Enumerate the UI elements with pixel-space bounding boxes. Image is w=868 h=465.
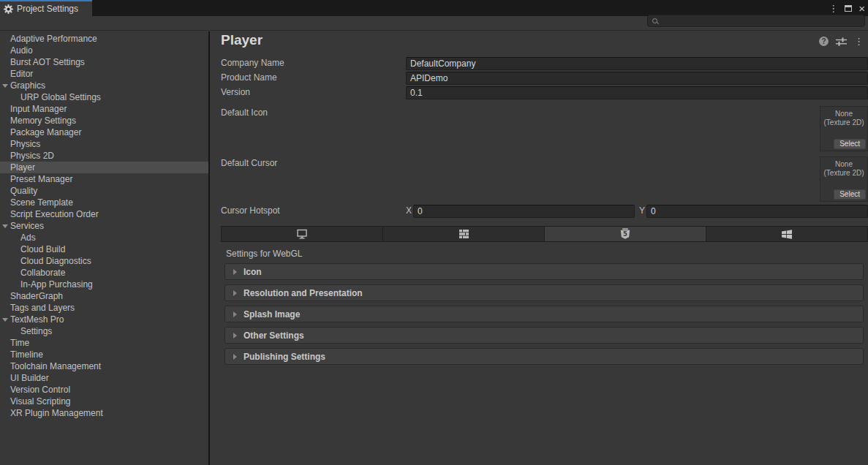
- settings-category-list: Adaptive PerformanceAudioBurst AOT Setti…: [0, 31, 210, 465]
- sidebar-item-physics-2d[interactable]: Physics 2D: [0, 150, 208, 162]
- sidebar-item-label: Audio: [0, 45, 33, 56]
- sidebar-item-version-control[interactable]: Version Control: [0, 384, 208, 396]
- sidebar-item-input-manager[interactable]: Input Manager: [0, 103, 208, 115]
- foldout-closed-icon[interactable]: [233, 269, 237, 275]
- sidebar-item-label: Physics 2D: [0, 150, 54, 162]
- sidebar-item-toolchain-management[interactable]: Toolchain Management: [0, 360, 208, 372]
- sidebar-item-urp-global-settings[interactable]: URP Global Settings: [0, 91, 208, 103]
- sidebar-item-memory-settings[interactable]: Memory Settings: [0, 115, 208, 126]
- sidebar-item-collaborate[interactable]: Collaborate: [0, 267, 208, 279]
- sidebar-item-adaptive-performance[interactable]: Adaptive Performance: [0, 33, 208, 45]
- sidebar-item-visual-scripting[interactable]: Visual Scripting: [0, 396, 208, 407]
- sidebar-item-label: Script Execution Order: [0, 208, 99, 220]
- default-icon-label: Default Icon: [221, 107, 268, 119]
- sidebar-item-burst-aot-settings[interactable]: Burst AOT Settings: [0, 56, 208, 68]
- help-icon[interactable]: ?: [819, 37, 829, 46]
- sidebar-item-ui-builder[interactable]: UI Builder: [0, 372, 208, 384]
- maximize-icon[interactable]: [845, 5, 852, 12]
- platform-tab-windows-store[interactable]: [706, 227, 867, 241]
- server-icon: [458, 229, 469, 239]
- sidebar-item-cloud-build[interactable]: Cloud Build: [0, 243, 208, 255]
- sidebar-item-services[interactable]: Services: [0, 220, 208, 232]
- platform-tab-standalone[interactable]: [222, 227, 383, 241]
- hotspot-y-field[interactable]: [646, 205, 868, 218]
- html5-icon: 5: [620, 228, 630, 240]
- sidebar-item-editor[interactable]: Editor: [0, 68, 208, 80]
- section-header-publishing-settings[interactable]: Publishing Settings: [224, 348, 864, 365]
- default-cursor-object-field[interactable]: None (Texture 2D) Select: [820, 156, 868, 202]
- sidebar-item-package-manager[interactable]: Package Manager: [0, 126, 208, 138]
- sidebar-item-settings[interactable]: Settings: [0, 325, 208, 337]
- sidebar-item-scene-template[interactable]: Scene Template: [0, 197, 208, 208]
- foldout-closed-icon[interactable]: [233, 354, 237, 360]
- object-field-value: None: [820, 110, 867, 118]
- object-field-type: (Texture 2D): [820, 169, 867, 178]
- foldout-closed-icon[interactable]: [233, 333, 237, 339]
- panel-menu-icon[interactable]: ⋮: [854, 37, 864, 46]
- sidebar-item-tags-and-layers[interactable]: Tags and Layers: [0, 302, 208, 314]
- sidebar-item-shadergraph[interactable]: ShaderGraph: [0, 290, 208, 302]
- sidebar-item-label: TextMesh Pro: [0, 314, 64, 325]
- section-header-resolution-and-presentation[interactable]: Resolution and Presentation: [224, 284, 864, 301]
- platform-tab-webgl[interactable]: 5: [545, 227, 706, 241]
- search-input[interactable]: [662, 16, 852, 26]
- foldout-open-icon[interactable]: [2, 318, 8, 322]
- sidebar-item-cloud-diagnostics[interactable]: Cloud Diagnostics: [0, 255, 208, 267]
- window-menu-icon[interactable]: ⋮: [829, 4, 838, 13]
- sidebar-item-quality[interactable]: Quality: [0, 185, 208, 197]
- tab-project-settings[interactable]: Project Settings: [0, 0, 92, 16]
- section-label: Other Settings: [244, 330, 304, 341]
- sidebar-item-label: Preset Manager: [0, 173, 72, 185]
- section-header-icon[interactable]: Icon: [224, 263, 864, 280]
- search-box[interactable]: [647, 15, 865, 27]
- section-label: Resolution and Presentation: [244, 288, 363, 298]
- sidebar-item-player[interactable]: Player: [0, 162, 208, 173]
- foldout-open-icon[interactable]: [2, 84, 8, 88]
- page-title: Player: [221, 32, 263, 48]
- sidebar-item-textmesh-pro[interactable]: TextMesh Pro: [0, 314, 208, 325]
- project-settings-window: Project Settings ⋮ × Adaptive Performanc…: [0, 0, 868, 465]
- close-icon[interactable]: ×: [858, 3, 865, 14]
- object-field-type: (Texture 2D): [820, 118, 867, 127]
- foldout-closed-icon[interactable]: [233, 290, 237, 296]
- presets-icon[interactable]: [836, 37, 847, 46]
- sidebar-item-audio[interactable]: Audio: [0, 45, 208, 56]
- sidebar-item-script-execution-order[interactable]: Script Execution Order: [0, 208, 208, 220]
- sidebar-item-timeline[interactable]: Timeline: [0, 349, 208, 360]
- hotspot-x-field[interactable]: [413, 205, 635, 218]
- sidebar-item-preset-manager[interactable]: Preset Manager: [0, 173, 208, 185]
- object-field-value: None: [820, 160, 867, 169]
- sidebar-item-label: Time: [0, 337, 29, 349]
- platform-tab-dedicated-server[interactable]: [383, 227, 545, 241]
- section-header-splash-image[interactable]: Splash Image: [224, 306, 864, 322]
- sidebar-item-physics[interactable]: Physics: [0, 138, 208, 150]
- sidebar-item-xr-plugin-management[interactable]: XR Plugin Management: [0, 407, 208, 419]
- foldout-open-icon[interactable]: [2, 224, 8, 228]
- sidebar-item-label: Quality: [0, 185, 37, 197]
- sidebar-item-ads[interactable]: Ads: [0, 232, 208, 243]
- sidebar-item-label: Cloud Diagnostics: [0, 255, 91, 267]
- version-field[interactable]: [406, 86, 868, 99]
- sidebar-item-label: Collaborate: [0, 267, 65, 279]
- gear-icon: [4, 4, 13, 14]
- monitor-icon: [296, 229, 308, 239]
- sidebar-item-time[interactable]: Time: [0, 337, 208, 349]
- company-name-label: Company Name: [221, 57, 284, 69]
- section-label: Publishing Settings: [244, 352, 325, 362]
- sidebar-item-label: Editor: [0, 68, 33, 80]
- select-button[interactable]: Select: [834, 139, 866, 149]
- foldout-closed-icon[interactable]: [233, 311, 237, 317]
- company-name-field[interactable]: [406, 57, 868, 70]
- settings-for-label: Settings for WebGL: [226, 249, 303, 259]
- select-button[interactable]: Select: [834, 189, 866, 200]
- product-name-field[interactable]: [406, 72, 868, 85]
- default-cursor-label: Default Cursor: [221, 157, 277, 170]
- sidebar-item-graphics[interactable]: Graphics: [0, 80, 208, 91]
- section-header-other-settings[interactable]: Other Settings: [224, 327, 864, 344]
- hotspot-x-label: X: [406, 205, 412, 217]
- sidebar-item-label: Timeline: [0, 349, 43, 360]
- sidebar-item-label: UI Builder: [0, 372, 49, 384]
- player-settings-panel: Player ? ⋮ Company Name Product Name Ve: [211, 31, 868, 465]
- default-icon-object-field[interactable]: None (Texture 2D) Select: [820, 106, 868, 151]
- sidebar-item-in-app-purchasing[interactable]: In-App Purchasing: [0, 279, 208, 290]
